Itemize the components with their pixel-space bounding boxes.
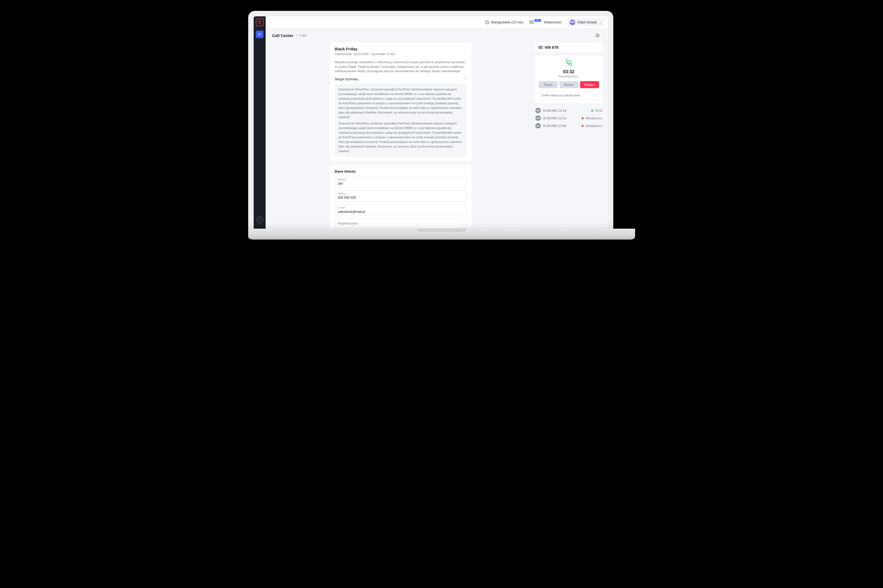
avatar: MB xyxy=(570,20,575,25)
call-card: 03:32 Trwa połączenie... Pauza Wycisz Ro… xyxy=(535,56,603,104)
history-row[interactable]: AB22.03.2021 12:1403:32 xyxy=(535,107,603,114)
history-status: Niepołączono xyxy=(586,117,602,120)
name-label: Nazwa * xyxy=(338,178,464,181)
history-avatar: AB xyxy=(536,123,541,129)
email-value: salesbook@mail.pl xyxy=(338,210,366,214)
call-history-list: AB22.03.2021 12:1403:32AB22.03.2021 12:1… xyxy=(535,107,603,130)
clock-icon xyxy=(485,20,489,24)
phone-value: 505 050 505 xyxy=(338,196,356,200)
name-value: Jan xyxy=(338,182,343,185)
status-after-call-select[interactable]: Zmień status po zakończeniu ⌄ xyxy=(539,91,599,100)
campaign-description: Wysyłka prostego newslettera z informacj… xyxy=(335,60,467,74)
messages-badge: 333 xyxy=(534,19,541,22)
history-row[interactable]: AB22.03.2021 12:00Niepołączono xyxy=(535,122,603,130)
user-name: Adam Nowak xyxy=(577,20,597,24)
nav-menu-icon[interactable] xyxy=(256,30,263,38)
script-paragraph-1: Dzwonię do Pana/Pani, ponieważ wyraził(a… xyxy=(338,87,463,120)
history-status: 03:32 xyxy=(595,109,602,112)
history-time: 22.03.2021 12:00 xyxy=(543,124,579,128)
status-select-label: Zmień status po zakończeniu xyxy=(542,94,580,97)
pause-button[interactable]: Pauza xyxy=(539,81,558,88)
history-status: Niepołączono xyxy=(586,124,602,128)
gear-icon xyxy=(595,33,600,38)
lead-id: ID: 456 678 xyxy=(535,42,603,52)
messages-label: Wiadomości xyxy=(544,20,561,24)
client-section-title: Dane klienta xyxy=(335,170,467,173)
history-avatar: AB xyxy=(536,108,541,113)
chevron-down-icon: ⌄ xyxy=(593,93,596,97)
breadcrumb: Call Center • Lead xyxy=(266,28,608,42)
script-paragraph-2: Dzwonię do Pana/Pani, ponieważ wyraził(a… xyxy=(338,121,463,153)
email-field[interactable]: E-mail * salesbook@mail.pl xyxy=(335,204,467,216)
settings-button[interactable] xyxy=(594,32,601,39)
chevron-down-icon: ⌄ xyxy=(461,222,464,225)
mail-icon xyxy=(529,20,534,24)
phone-active-icon xyxy=(539,59,599,67)
voivodeship-select[interactable]: Województwo ⌄ xyxy=(335,219,467,228)
history-time: 22.03.2021 12:11 xyxy=(543,117,579,120)
logout-link[interactable]: Wylogowanie (15 min) xyxy=(485,20,523,24)
messages-link[interactable]: 333 Wiadomości xyxy=(529,20,561,24)
status-dot-icon xyxy=(582,125,584,127)
campaign-card: Black Friday Zakończenie: 24.12.2022 r. … xyxy=(330,42,472,161)
user-menu[interactable]: MB Adam Nowak ⌄ xyxy=(567,18,604,26)
breadcrumb-sub: Lead xyxy=(299,33,307,37)
svg-point-5 xyxy=(597,35,598,36)
status-dot-icon xyxy=(591,110,593,112)
voivodeship-placeholder: Województwo xyxy=(338,222,358,225)
status-dot-icon xyxy=(582,117,584,119)
client-data-card: Dane klienta Nazwa * Jan Telefon * 505 0… xyxy=(330,165,472,229)
logout-label: Wylogowanie (15 min) xyxy=(491,20,523,24)
mute-button[interactable]: Wycisz xyxy=(559,81,578,88)
chevron-down-icon: ⌄ xyxy=(599,20,602,24)
script-body: Dzwonię do Pana/Pani, ponieważ wyraził(a… xyxy=(335,84,467,157)
app-screen: S ? Wylogowanie (15 min) 333 Wiadomości xyxy=(254,16,608,229)
app-logo: S xyxy=(256,18,263,26)
page-title: Call Center xyxy=(272,33,294,38)
help-icon[interactable]: ? xyxy=(256,217,263,223)
email-label: E-mail * xyxy=(338,206,464,209)
phone-label: Telefon * xyxy=(338,192,464,195)
right-panel: ID: 456 678 03:32 Trwa połączenie... Pau… xyxy=(535,42,603,229)
phone-field[interactable]: Telefon * 505 050 505 xyxy=(335,190,467,202)
campaign-title: Black Friday xyxy=(335,47,467,51)
history-time: 22.03.2021 12:14 xyxy=(543,109,589,112)
history-avatar: AB xyxy=(536,116,541,121)
breadcrumb-separator: • xyxy=(296,33,297,37)
name-field[interactable]: Nazwa * Jan xyxy=(335,176,467,188)
script-accordion-toggle[interactable]: Skrypt rozmowy ⌃ xyxy=(335,77,467,81)
hangup-button[interactable]: Rozłącz xyxy=(580,81,599,88)
topbar: Wylogowanie (15 min) 333 Wiadomości MB A… xyxy=(266,16,608,28)
call-timer: 03:32 xyxy=(539,69,599,74)
chevron-up-icon: ⌃ xyxy=(464,77,467,81)
history-row[interactable]: AB22.03.2021 12:11Niepołączono xyxy=(535,114,603,122)
script-header-label: Skrypt rozmowy xyxy=(335,77,358,81)
campaign-end-date: Zakończenie: 24.12.2022 r. (pozostało: 5… xyxy=(335,52,467,56)
sidebar: S ? xyxy=(254,16,266,229)
call-status-text: Trwa połączenie... xyxy=(539,75,599,78)
